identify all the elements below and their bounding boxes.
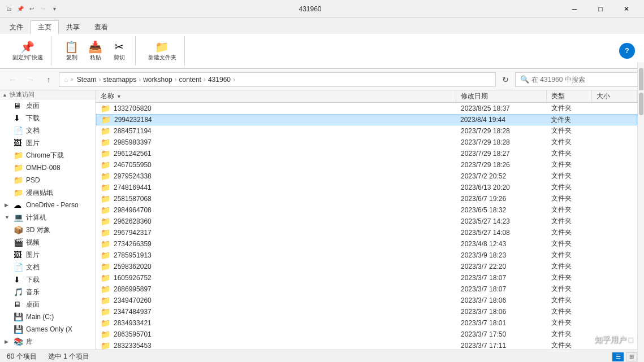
forward-button[interactable]: → — [23, 72, 38, 88]
help-button[interactable]: ? — [619, 43, 635, 59]
cut-button[interactable]: ✂ 剪切 — [108, 39, 131, 63]
search-bar[interactable]: 🔍 — [515, 72, 639, 87]
images-icon: 🖼 — [14, 250, 24, 259]
quick-access-section: ▲ 快速访问 — [0, 90, 96, 99]
sidebar-item-docs2[interactable]: 📄 文档 — [0, 261, 96, 273]
table-row[interactable]: 📁 2598362020 2023/3/7 22:20 文件夹 — [96, 261, 637, 272]
quick-access-expand-icon[interactable]: ▲ — [2, 92, 7, 98]
copy-button[interactable]: 📋 复制 — [60, 39, 83, 63]
sidebar-item-psd[interactable]: 📁 PSD — [0, 174, 96, 186]
sidebar-item-chrome[interactable]: 📁 Chrome下载 — [0, 149, 96, 162]
breadcrumb-content[interactable]: content — [179, 76, 201, 84]
table-row[interactable]: 📁 2467055950 2023/7/29 18:26 文件夹 — [96, 159, 637, 171]
down-arrow-icon[interactable]: ▾ — [50, 5, 59, 14]
table-row[interactable]: 📁 1605926752 2023/3/7 18:07 文件夹 — [96, 272, 637, 284]
paste-button[interactable]: 📥 粘贴 — [84, 39, 107, 63]
table-row[interactable]: 📁 2349470260 2023/3/7 18:06 文件夹 — [96, 295, 637, 306]
sidebar-item-gamesonly[interactable]: 💾 Games Only (X — [0, 323, 96, 335]
refresh-button[interactable]: ↻ — [498, 72, 513, 87]
file-cell-type: 文件夹 — [547, 261, 592, 271]
col-header-date[interactable]: 修改日期 — [456, 90, 547, 102]
sidebar-item-maindrive[interactable]: 💾 Main (C:) — [0, 311, 96, 323]
desktop2-icon: 🖥 — [14, 300, 24, 309]
sidebar-item-3d[interactable]: 📦 3D 对象 — [0, 224, 96, 236]
sidebar-item-images[interactable]: 🖼 图片 — [0, 248, 96, 261]
sidebar-item-desktop2[interactable]: 🖥 桌面 — [0, 298, 96, 311]
breadcrumb-steamapps[interactable]: steamapps — [103, 76, 137, 84]
breadcrumb-431960[interactable]: 431960 — [208, 76, 231, 84]
table-row[interactable]: 📁 2984964708 2023/6/5 18:32 文件夹 — [96, 204, 637, 216]
tab-share[interactable]: 共享 — [59, 20, 87, 34]
breadcrumb-workshop[interactable]: workshop — [143, 76, 172, 84]
table-row[interactable]: 📁 2962628360 2023/5/27 14:23 文件夹 — [96, 216, 637, 227]
table-row[interactable]: 📁 2347484937 2023/3/7 18:06 文件夹 — [96, 306, 637, 317]
table-row[interactable]: 📁 2734266359 2023/4/8 12:43 文件夹 — [96, 238, 637, 250]
sidebar-item-desktop[interactable]: 🖥 桌面 — [0, 99, 96, 112]
col-header-size[interactable]: 大小 — [592, 90, 637, 102]
sidebar-item-documents[interactable]: 📄 文档 — [0, 124, 96, 137]
sidebar-item-label: OMHD-008 — [26, 164, 60, 172]
quick-access-label: 快速访问 — [10, 90, 34, 99]
table-row[interactable]: 📁 2994232184 2023/8/4 19:44 文件夹 — [96, 114, 637, 125]
tab-home[interactable]: 主页 — [31, 20, 59, 34]
table-row[interactable]: 📁 2748169441 2023/6/13 20:20 文件夹 — [96, 182, 637, 193]
sidebar-item-library[interactable]: ▶ 📚 库 — [0, 335, 96, 348]
file-cell-type: 文件夹 — [547, 126, 592, 136]
table-row[interactable]: 📁 2785951913 2023/3/9 18:23 文件夹 — [96, 250, 637, 261]
up-button[interactable]: ↑ — [41, 72, 57, 88]
table-row[interactable]: 📁 2863595701 2023/3/7 17:50 文件夹 — [96, 329, 637, 340]
sidebar-item-music[interactable]: 🎵 音乐 — [0, 286, 96, 298]
breadcrumb-steam[interactable]: Steam — [77, 76, 97, 84]
table-row[interactable]: 📁 2834933421 2023/3/7 18:01 文件夹 — [96, 317, 637, 329]
breadcrumb-bar[interactable]: ⌂ » Steam › steamapps › workshop › conte… — [59, 72, 496, 87]
large-icons-button[interactable]: ⊞ — [626, 352, 637, 361]
file-list-scrollbar-thumb[interactable] — [639, 93, 643, 115]
back-button[interactable]: ← — [5, 72, 20, 88]
file-cell-type: 文件夹 — [547, 307, 592, 316]
sidebar-item-dl2[interactable]: ⬇ 下载 — [0, 273, 96, 286]
table-row[interactable]: 📁 2886995897 2023/3/7 18:07 文件夹 — [96, 284, 637, 295]
sidebar-item-label: 漫画贴纸 — [26, 188, 53, 198]
file-cell-name: 📁 2994232184 — [97, 115, 456, 124]
maximize-button[interactable]: □ — [587, 0, 613, 18]
table-row[interactable]: 📁 1332705820 2023/8/25 18:37 文件夹 — [96, 103, 637, 114]
redo-icon[interactable]: ↪ — [38, 5, 47, 14]
file-cell-type: 文件夹 — [547, 329, 592, 339]
tab-file[interactable]: 文件 — [2, 20, 31, 34]
folder-icon: 📁 — [101, 285, 110, 294]
sidebar-item-omhd[interactable]: 📁 OMHD-008 — [0, 162, 96, 174]
sidebar-item-videos[interactable]: 🎬 视频 — [0, 236, 96, 248]
file-cell-name: 📁 2349470260 — [96, 296, 456, 305]
new-folder-button[interactable]: 📁 新建文件夹 — [145, 39, 180, 63]
sidebar-item-downloads[interactable]: ⬇ 下载 — [0, 112, 96, 124]
table-row[interactable]: 📁 2979524338 2023/7/2 20:52 文件夹 — [96, 171, 637, 182]
table-row[interactable]: 📁 2961242561 2023/7/29 18:27 文件夹 — [96, 148, 637, 159]
details-view-button[interactable]: ☰ — [612, 352, 624, 361]
videos-icon: 🎬 — [14, 238, 24, 247]
table-row[interactable]: 📁 2967942317 2023/5/27 14:08 文件夹 — [96, 227, 637, 238]
col-header-type[interactable]: 类型 — [547, 90, 592, 102]
file-cell-name: 📁 2979524338 — [96, 172, 456, 181]
undo-icon[interactable]: ↩ — [27, 5, 36, 14]
close-button[interactable]: ✕ — [613, 0, 639, 18]
sidebar-item-computer[interactable]: ▼ 💻 计算机 — [0, 211, 96, 224]
table-row[interactable]: 📁 2985983397 2023/7/29 18:28 文件夹 — [96, 137, 637, 148]
minimize-button[interactable]: ─ — [561, 0, 587, 18]
pin-to-quickaccess-button[interactable]: 📌 固定到"快速 — [9, 39, 46, 63]
quick-access-icon[interactable]: 📌 — [16, 5, 25, 14]
sidebar-item-onedrive[interactable]: ▶ ☁ OneDrive - Perso — [0, 199, 96, 211]
sidebar-item-manga[interactable]: 📁 漫画贴纸 — [0, 186, 96, 199]
file-cell-date: 2023/3/7 18:06 — [456, 296, 547, 304]
sidebar-item-pictures[interactable]: 🖼 图片 — [0, 137, 96, 149]
breadcrumb-expand[interactable]: » — [70, 76, 74, 82]
tab-view[interactable]: 查看 — [87, 20, 115, 34]
search-input[interactable] — [531, 76, 634, 84]
sidebar-item-label: Chrome下载 — [26, 151, 64, 160]
table-row[interactable]: 📁 2581587068 2023/6/7 19:26 文件夹 — [96, 193, 637, 204]
main-layout: ▲ 快速访问 🖥 桌面 ⬇ 下载 📄 文档 🖼 图片 — [0, 90, 644, 350]
file-list-scrollbar[interactable] — [637, 90, 644, 350]
folder-icon: 📁 — [14, 188, 24, 197]
col-header-name[interactable]: 名称 ▼ — [96, 90, 456, 102]
table-row[interactable]: 📁 2832335453 2023/3/7 17:11 文件夹 — [96, 340, 637, 350]
table-row[interactable]: 📁 2884571194 2023/7/29 18:28 文件夹 — [96, 125, 637, 137]
